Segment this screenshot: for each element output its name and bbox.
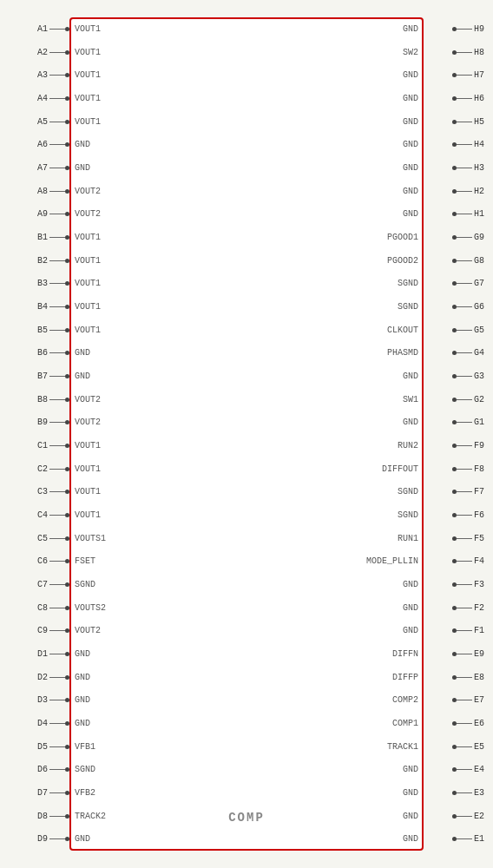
- left-pin-B3: B3: [9, 276, 69, 292]
- pin-dot: [65, 259, 69, 263]
- pin-line: [49, 144, 65, 145]
- pin-id-label: E5: [474, 742, 484, 752]
- right-pin-F9: F9: [424, 437, 484, 453]
- pin-dot: [65, 837, 69, 841]
- pin-line: [49, 700, 65, 700]
- internal-signal-label: GND: [318, 415, 422, 431]
- pin-id-label: E4: [474, 765, 484, 774]
- right-pin-F5: F5: [424, 530, 484, 546]
- pin-id-label: H3: [474, 163, 484, 173]
- right-pin-E8: E8: [424, 669, 484, 685]
- right-pin-H9: H9: [424, 21, 484, 36]
- pin-dot: [65, 281, 69, 286]
- pin-id-label: F7: [474, 487, 484, 496]
- pin-id-label: B2: [37, 256, 48, 266]
- pin-line: [49, 838, 65, 839]
- pin-dot: [65, 235, 69, 240]
- pin-id-label: G5: [474, 326, 484, 335]
- pin-dot: [65, 189, 69, 194]
- pin-id-label: A3: [37, 70, 48, 80]
- pin-id-label: H6: [474, 94, 484, 103]
- pin-line: [49, 283, 65, 284]
- pin-line: [49, 654, 65, 654]
- pin-id-label: H7: [474, 70, 484, 80]
- internal-signal-label: SGND: [318, 299, 422, 314]
- left-pin-C4: C4: [9, 507, 69, 523]
- pin-id-label: G2: [474, 395, 484, 404]
- left-pin-B2: B2: [9, 253, 69, 268]
- right-pin-H6: H6: [424, 90, 484, 106]
- pin-line: [457, 723, 472, 724]
- pin-id-label: C4: [37, 510, 48, 520]
- internal-signal-label: SGND: [318, 484, 422, 500]
- internal-signal-label: PHASMD: [318, 345, 422, 361]
- internal-signal-label: GND: [318, 137, 422, 153]
- left-pin-D2: D2: [9, 669, 69, 685]
- pin-dot: [65, 652, 69, 656]
- internal-signal-label: GND: [318, 160, 422, 175]
- pin-line: [49, 260, 65, 261]
- internal-signal-label: VOUT1: [71, 90, 175, 106]
- internal-signal-label: RUN1: [318, 530, 422, 546]
- pin-id-label: F2: [474, 603, 484, 613]
- pin-line: [457, 214, 472, 214]
- internal-signal-label: TRACK2: [71, 808, 175, 824]
- right-pin-H1: H1: [424, 207, 484, 222]
- right-pin-E2: E2: [424, 808, 484, 824]
- pin-line: [49, 98, 65, 99]
- left-pin-A8: A8: [9, 183, 69, 199]
- pin-line: [49, 491, 65, 492]
- pin-line: [457, 491, 472, 492]
- internal-signal-label: GND: [318, 600, 422, 615]
- internal-signal-label: GND: [318, 576, 422, 592]
- internal-signal-label: GND: [318, 808, 422, 824]
- pin-id-label: E2: [474, 812, 484, 821]
- internal-signal-label: GND: [318, 785, 422, 800]
- pin-id-label: A9: [37, 209, 48, 219]
- pin-line: [457, 561, 472, 562]
- pin-line: [457, 838, 472, 839]
- internal-signal-label: GND: [318, 207, 422, 222]
- left-pin-A2: A2: [9, 44, 69, 60]
- right-pin-H5: H5: [424, 114, 484, 129]
- internal-signal-label: GND: [318, 832, 422, 847]
- right-pin-G7: G7: [424, 276, 484, 292]
- right-pin-H3: H3: [424, 160, 484, 175]
- pin-id-label: E6: [474, 719, 484, 728]
- internal-signal-label: GND: [71, 693, 175, 708]
- pin-dot: [65, 142, 69, 147]
- pin-dot: [65, 73, 69, 77]
- right-pin-E9: E9: [424, 646, 484, 661]
- pin-dot: [65, 50, 69, 55]
- pin-line: [457, 52, 472, 53]
- internal-signal-label: VOUT1: [71, 253, 175, 268]
- pin-line: [457, 816, 472, 817]
- pin-line: [457, 29, 472, 30]
- pin-id-label: D1: [37, 649, 48, 659]
- pin-line: [457, 445, 472, 446]
- internal-labels-right: GNDSW2GNDGNDGNDGNDGNDGNDGNDPGOOD1PGOOD2S…: [318, 17, 422, 851]
- pin-dot: [65, 374, 69, 378]
- pin-id-label: B7: [37, 372, 48, 381]
- right-pin-G1: G1: [424, 415, 484, 431]
- left-pin-C1: C1: [9, 437, 69, 453]
- pin-line: [49, 237, 65, 238]
- right-pin-G6: G6: [424, 299, 484, 314]
- internal-signal-label: GND: [71, 646, 175, 661]
- left-pin-D4: D4: [9, 715, 69, 731]
- pin-line: [49, 630, 65, 631]
- left-pin-C3: C3: [9, 484, 69, 500]
- left-pin-B8: B8: [9, 391, 69, 407]
- internal-signal-label: VOUT1: [71, 507, 175, 523]
- left-pin-A9: A9: [9, 207, 69, 222]
- left-pin-D7: D7: [9, 785, 69, 800]
- pin-line: [49, 561, 65, 562]
- pin-line: [457, 306, 472, 307]
- pin-dot: [65, 814, 69, 819]
- pin-line: [49, 769, 65, 770]
- pin-dot: [65, 351, 69, 355]
- right-pin-H7: H7: [424, 68, 484, 83]
- internal-signal-label: VOUT1: [71, 461, 175, 477]
- pin-line: [457, 608, 472, 608]
- pin-dot: [65, 490, 69, 494]
